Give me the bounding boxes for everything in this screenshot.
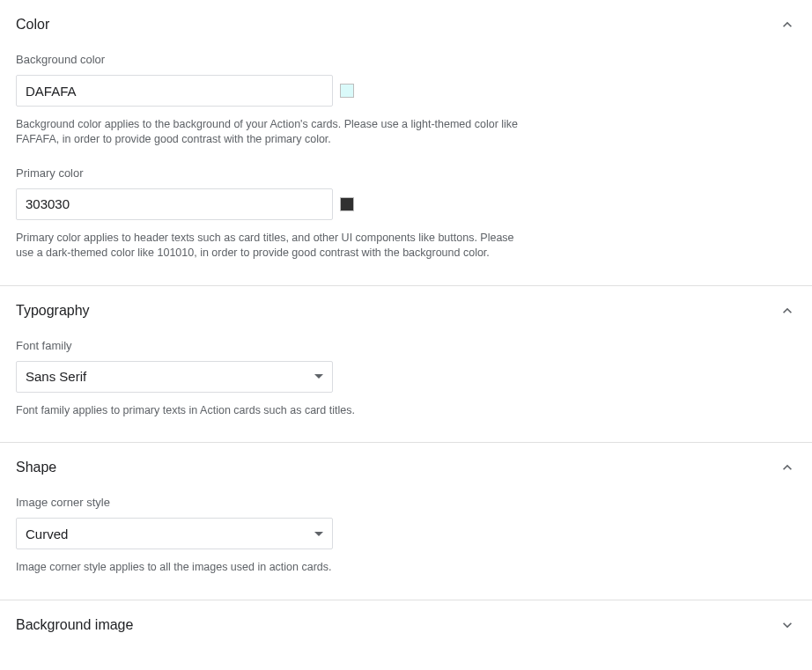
section-color-title: Color — [16, 17, 49, 33]
corner-style-helper: Image corner style applies to all the im… — [16, 560, 522, 575]
font-family-field: Font family Sans Serif Font family appli… — [16, 339, 535, 418]
section-background-image-header[interactable]: Background image — [16, 616, 796, 634]
section-shape-header[interactable]: Shape — [16, 459, 796, 476]
font-family-label: Font family — [16, 339, 535, 352]
corner-style-label: Image corner style — [16, 496, 535, 509]
section-shape: Shape Image corner style Curved Image co… — [0, 443, 812, 600]
section-typography: Typography Font family Sans Serif Font f… — [0, 286, 812, 444]
section-background-image-title: Background image — [16, 617, 133, 633]
primary-color-input[interactable] — [16, 188, 333, 220]
primary-color-label: Primary color — [16, 166, 535, 180]
chevron-down-icon — [779, 616, 796, 634]
background-color-swatch[interactable] — [340, 84, 354, 98]
primary-color-field: Primary color Primary color applies to h… — [16, 166, 535, 261]
background-color-label: Background color — [16, 53, 535, 66]
caret-down-icon — [314, 532, 323, 536]
caret-down-icon — [314, 374, 323, 379]
font-family-helper: Font family applies to primary texts in … — [16, 403, 522, 418]
corner-style-value: Curved — [26, 526, 314, 541]
primary-color-helper: Primary color applies to header texts su… — [16, 231, 522, 261]
chevron-up-icon — [779, 302, 796, 320]
primary-color-swatch[interactable] — [340, 197, 354, 211]
corner-style-select[interactable]: Curved — [16, 518, 333, 549]
chevron-up-icon — [779, 16, 796, 33]
background-color-input[interactable] — [16, 75, 333, 107]
section-color: Color Background color Background color … — [0, 0, 812, 286]
section-color-header[interactable]: Color — [16, 16, 796, 33]
chevron-up-icon — [779, 459, 796, 476]
section-typography-header[interactable]: Typography — [16, 302, 796, 320]
font-family-select[interactable]: Sans Serif — [16, 361, 333, 393]
background-color-field: Background color Background color applie… — [16, 53, 535, 147]
corner-style-field: Image corner style Curved Image corner s… — [16, 496, 535, 575]
font-family-value: Sans Serif — [26, 369, 314, 384]
section-typography-title: Typography — [16, 303, 90, 319]
section-shape-title: Shape — [16, 460, 56, 475]
section-background-image: Background image — [0, 600, 812, 650]
background-color-helper: Background color applies to the backgrou… — [16, 117, 522, 147]
